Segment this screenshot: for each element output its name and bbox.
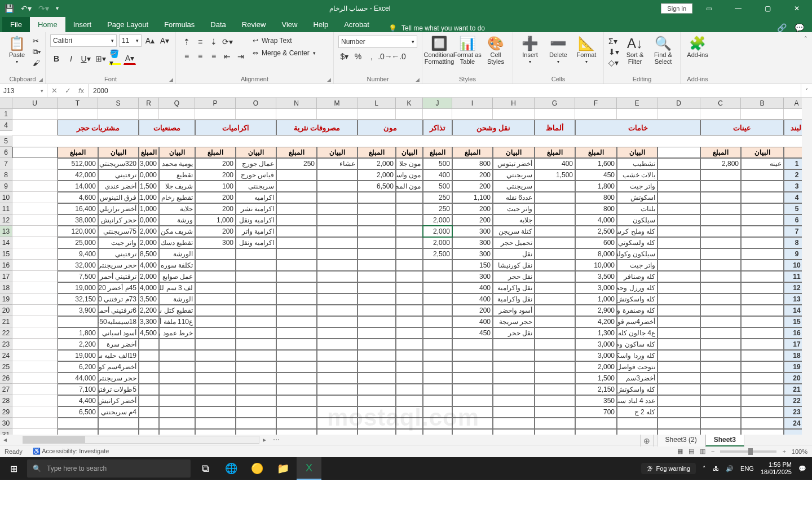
- cell[interactable]: [396, 395, 423, 406]
- fill-icon[interactable]: ⬇▾: [608, 47, 619, 56]
- cell[interactable]: واتر جيت: [493, 203, 535, 214]
- cell[interactable]: [159, 109, 195, 120]
- cell[interactable]: [12, 271, 58, 282]
- cell[interactable]: [276, 316, 317, 327]
- cell[interactable]: [700, 339, 741, 350]
- cell[interactable]: [423, 418, 452, 429]
- cell[interactable]: 1,000: [195, 214, 236, 226]
- cell[interactable]: [657, 271, 700, 282]
- row-header[interactable]: 9: [0, 181, 12, 192]
- cell[interactable]: [159, 406, 195, 418]
- fx-icon[interactable]: fx: [74, 86, 88, 95]
- cell[interactable]: 512,000: [58, 158, 98, 169]
- cell[interactable]: عمال جورج: [236, 158, 276, 169]
- cell[interactable]: [276, 260, 317, 271]
- cell[interactable]: [12, 192, 58, 203]
- cell[interactable]: [423, 361, 452, 373]
- tab-view[interactable]: View: [273, 17, 305, 32]
- cell[interactable]: [317, 294, 358, 305]
- cell[interactable]: [276, 282, 317, 294]
- cell[interactable]: [358, 282, 396, 294]
- excel-icon[interactable]: X: [297, 457, 321, 480]
- cell[interactable]: [700, 109, 741, 120]
- underline-button[interactable]: U▾: [80, 52, 92, 65]
- cell[interactable]: [700, 237, 741, 248]
- undo-icon[interactable]: ↶▾: [21, 4, 32, 13]
- cell[interactable]: 200: [195, 226, 236, 237]
- col-header[interactable]: S: [98, 98, 139, 109]
- cell[interactable]: [236, 384, 276, 395]
- cell[interactable]: [535, 316, 575, 327]
- cell[interactable]: [423, 373, 452, 384]
- cell[interactable]: تتوجت فواصل اخض: [617, 361, 657, 373]
- cell[interactable]: نقل حجر: [493, 327, 535, 339]
- row-header[interactable]: 21: [0, 316, 12, 327]
- cell[interactable]: [159, 339, 195, 350]
- cell[interactable]: [535, 384, 575, 395]
- row-header[interactable]: 27: [0, 384, 12, 395]
- cell[interactable]: [358, 406, 396, 418]
- cell[interactable]: نقل واكرامية: [493, 282, 535, 294]
- cell[interactable]: [12, 294, 58, 305]
- cell[interactable]: ع110 ملفة أخضر: [159, 316, 195, 327]
- align-bottom-icon[interactable]: ⇣: [208, 36, 220, 48]
- cell[interactable]: 300: [452, 237, 493, 248]
- cell[interactable]: [741, 294, 784, 305]
- cell[interactable]: [700, 294, 741, 305]
- row-header[interactable]: 23: [0, 339, 12, 350]
- cell[interactable]: ع4 جالون كله وحجر: [617, 327, 657, 339]
- cell[interactable]: 14,000: [58, 181, 98, 192]
- cell[interactable]: [657, 192, 700, 203]
- cell[interactable]: [657, 203, 700, 214]
- cell[interactable]: 4م سريجنتي: [98, 406, 139, 418]
- row-header[interactable]: 28: [0, 395, 12, 406]
- cell[interactable]: ورشة: [159, 214, 195, 226]
- cell[interactable]: [741, 418, 784, 429]
- sign-in-button[interactable]: Sign in: [661, 3, 692, 14]
- cell[interactable]: 42,000: [58, 169, 98, 181]
- cell[interactable]: [358, 294, 396, 305]
- cell[interactable]: 3,000: [575, 282, 617, 294]
- cell[interactable]: [12, 305, 58, 316]
- cell[interactable]: تقطيع كتل سريجنة: [159, 305, 195, 316]
- cell[interactable]: تشطيب: [617, 158, 657, 169]
- cell[interactable]: [139, 429, 159, 435]
- cell[interactable]: اكرامية واتر: [236, 226, 276, 237]
- cell[interactable]: [575, 429, 617, 435]
- cell[interactable]: [139, 373, 159, 384]
- cell[interactable]: 2,200: [139, 305, 159, 316]
- cell[interactable]: [741, 327, 784, 339]
- maximize-icon[interactable]: ▢: [754, 0, 780, 16]
- cell[interactable]: 450: [575, 169, 617, 181]
- cell[interactable]: [535, 181, 575, 192]
- cell[interactable]: [358, 316, 396, 327]
- format-cells-button[interactable]: 📐Format▾: [574, 34, 599, 64]
- cell[interactable]: 2,000: [358, 169, 396, 181]
- clock[interactable]: 1:56 PM 18/01/2025: [761, 461, 792, 476]
- tab-data[interactable]: Data: [202, 17, 233, 32]
- cell[interactable]: 8,000: [575, 248, 617, 260]
- cell[interactable]: [700, 327, 741, 339]
- cell[interactable]: [493, 406, 535, 418]
- cell[interactable]: [423, 339, 452, 350]
- cell[interactable]: [317, 316, 358, 327]
- tab-insert[interactable]: Insert: [65, 17, 100, 32]
- tab-file[interactable]: File: [2, 17, 30, 32]
- cell[interactable]: 18سيسليه850: [98, 316, 139, 327]
- cell[interactable]: جلاية: [159, 203, 195, 214]
- cell[interactable]: [657, 373, 700, 384]
- cell[interactable]: [657, 384, 700, 395]
- tab-page-layout[interactable]: Page Layout: [99, 17, 156, 32]
- cell[interactable]: 2,000: [575, 361, 617, 373]
- row-header[interactable]: 11: [0, 203, 12, 214]
- cell[interactable]: 1,000: [139, 203, 159, 214]
- cell[interactable]: [396, 406, 423, 418]
- cell[interactable]: [236, 327, 276, 339]
- row-header[interactable]: 29: [0, 406, 12, 418]
- cell[interactable]: [317, 109, 358, 120]
- cell[interactable]: [657, 260, 700, 271]
- cell[interactable]: [317, 361, 358, 373]
- cell[interactable]: [317, 373, 358, 384]
- cell[interactable]: [195, 350, 236, 361]
- select-all-corner[interactable]: [0, 98, 12, 109]
